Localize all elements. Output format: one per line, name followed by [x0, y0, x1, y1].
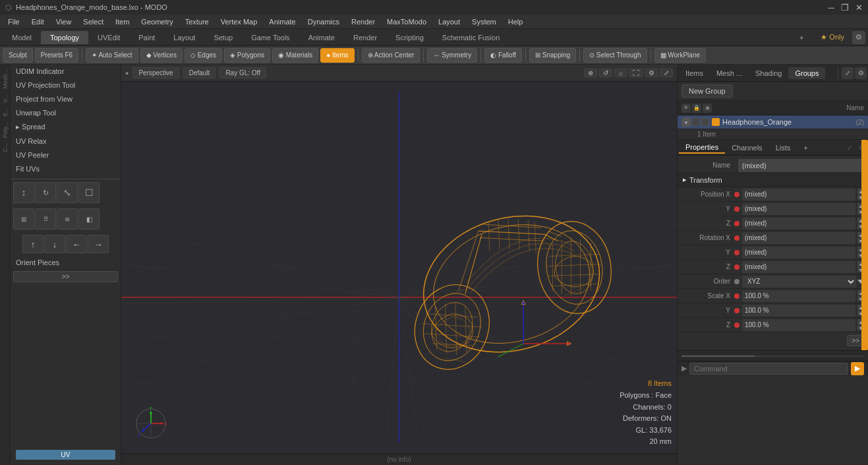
close-button[interactable]: ✕: [855, 3, 863, 13]
minimize-button[interactable]: ─: [828, 3, 834, 13]
menu-item-texture[interactable]: Texture: [180, 16, 214, 27]
action-center-btn[interactable]: ⊕ Action Center: [362, 48, 420, 63]
arrow-up-btn[interactable]: ↑: [22, 235, 43, 253]
auto-select-btn[interactable]: ✦ Auto Select: [86, 48, 138, 63]
group-row-headphones[interactable]: ● Headphones_Orange (2): [678, 115, 868, 129]
tool-icon-wave[interactable]: ≋: [57, 208, 78, 230]
panel-item-project-from-view[interactable]: Project from View: [11, 92, 121, 106]
edge-label-mesh[interactable]: Mesh...: [1, 67, 9, 91]
menu-item-layout[interactable]: Layout: [433, 16, 465, 27]
uv-indicator[interactable]: UV: [16, 450, 115, 460]
falloff-btn[interactable]: ◐ Falloff: [484, 48, 522, 63]
tab-topology[interactable]: Topology: [41, 31, 88, 44]
vp-fullscreen-btn[interactable]: ⛶: [629, 69, 643, 77]
tab-model[interactable]: Model: [3, 31, 41, 44]
props-expand-btn[interactable]: ⤢: [844, 142, 855, 153]
prop-pos-x-input[interactable]: [742, 189, 855, 201]
prop-pos-y-input[interactable]: [742, 203, 855, 215]
rp-expand-btn[interactable]: ⤢: [842, 67, 854, 79]
tab-setup[interactable]: Setup: [204, 31, 242, 44]
rp-settings-btn[interactable]: ⚙: [855, 67, 867, 79]
menu-item-vertex-map[interactable]: Vertex Map: [216, 16, 263, 27]
menu-item-item[interactable]: Item: [110, 16, 134, 27]
rp-tab-items[interactable]: Items: [679, 67, 710, 79]
panel-item-udim[interactable]: UDIM Indicator: [11, 65, 121, 78]
tab-layout[interactable]: Layout: [164, 31, 204, 44]
command-input[interactable]: [689, 363, 848, 375]
tab-scripting[interactable]: Scripting: [386, 31, 433, 44]
panel-item-unwrap[interactable]: Unwrap Tool: [11, 106, 121, 120]
maximize-button[interactable]: ❐: [841, 3, 849, 13]
tool-icon-rotate[interactable]: ↻: [35, 182, 56, 203]
prop-scale-z-input[interactable]: [742, 319, 855, 331]
panel-item-uv-peeler[interactable]: UV Peeler: [11, 148, 121, 162]
edge-label-poly[interactable]: Poly...: [1, 120, 9, 140]
group-eye-icon[interactable]: ●: [681, 117, 691, 127]
panel-item-spread[interactable]: ▸ Spread: [11, 120, 121, 135]
panel-item-uv-relax[interactable]: UV Relax: [11, 135, 121, 148]
tab-schematic-fusion[interactable]: Schematic Fusion: [433, 31, 509, 44]
tool-icon-scale[interactable]: ⤡: [57, 182, 78, 203]
rp-tab-groups[interactable]: Groups: [788, 67, 825, 79]
tab-game-tools[interactable]: Game Tools: [242, 31, 299, 44]
props-tab-properties[interactable]: Properties: [679, 142, 725, 154]
tool-icon-grid[interactable]: ⊞: [13, 208, 34, 230]
arrow-left-btn[interactable]: ←: [66, 235, 87, 253]
default-btn[interactable]: Default: [183, 67, 216, 78]
group-checkbox[interactable]: [692, 118, 700, 126]
tab-uvedit[interactable]: UVEdit: [88, 31, 129, 44]
menu-item-animate[interactable]: Animate: [264, 16, 301, 27]
menu-item-dynamics[interactable]: Dynamics: [303, 16, 345, 27]
perspective-btn[interactable]: Perspective: [132, 67, 179, 78]
panel-item-orient-pieces[interactable]: Orient Pieces: [11, 256, 121, 270]
symmetry-btn[interactable]: ↔ Symmetry: [427, 48, 477, 63]
workplane-btn[interactable]: ▦ WorkPlane: [654, 48, 707, 63]
tab-animate[interactable]: Animate: [299, 31, 344, 44]
tool-icon-shape[interactable]: ◧: [78, 208, 100, 230]
items-btn[interactable]: ● Items: [320, 48, 354, 63]
prop-scale-x-input[interactable]: [742, 290, 855, 302]
menu-item-file[interactable]: File: [3, 16, 25, 27]
menu-item-geometry[interactable]: Geometry: [136, 16, 178, 27]
arrow-right-btn[interactable]: →: [88, 235, 109, 253]
menu-item-select[interactable]: Select: [78, 16, 109, 27]
tab-settings-btn[interactable]: ⚙: [852, 31, 865, 44]
props-tab-add[interactable]: +: [797, 142, 814, 153]
props-tab-lists[interactable]: Lists: [769, 142, 797, 153]
prop-name-input[interactable]: [738, 159, 864, 172]
tab-paint[interactable]: Paint: [129, 31, 164, 44]
select-through-btn[interactable]: ⊙ Select Through: [583, 48, 647, 63]
add-tab-btn[interactable]: +: [790, 31, 813, 44]
vp-reset-btn[interactable]: ↺: [599, 69, 612, 77]
transform-triangle[interactable]: ▸: [683, 175, 687, 184]
command-exec-btn[interactable]: ▶: [851, 362, 864, 375]
menu-item-maxtomodo[interactable]: MaxToModo: [382, 16, 432, 27]
menu-item-system[interactable]: System: [467, 16, 502, 27]
group-checkbox-2[interactable]: [701, 118, 709, 126]
prop-pos-z-input[interactable]: [742, 218, 855, 230]
more-button[interactable]: >>: [13, 271, 118, 282]
panel-item-fit-uvs[interactable]: Fit UVs: [11, 162, 121, 176]
props-orange-accent[interactable]: [861, 140, 868, 350]
vp-search-btn[interactable]: ⌕: [614, 69, 627, 77]
vp-settings-btn[interactable]: ⚙: [645, 69, 658, 77]
prop-rot-x-input[interactable]: [742, 232, 855, 244]
sculpt-btn[interactable]: Sculpt: [3, 48, 33, 63]
prop-order-select[interactable]: XYZ XZY YXZ: [742, 276, 856, 288]
new-group-button[interactable]: New Group: [681, 84, 733, 98]
tab-render[interactable]: Render: [344, 31, 386, 44]
polygons-btn[interactable]: ◈ Polygons: [224, 48, 270, 63]
rp-tab-mesh[interactable]: Mesh ...: [710, 67, 749, 79]
vp-expand-btn[interactable]: ⤢: [660, 69, 673, 77]
menu-item-render[interactable]: Render: [346, 16, 380, 27]
edge-label-c[interactable]: C...: [1, 141, 9, 154]
arrow-down-btn[interactable]: ↓: [44, 235, 65, 253]
materials-btn[interactable]: ◉ Materials: [272, 48, 318, 63]
rp-tab-shading[interactable]: Shading: [749, 67, 788, 79]
vp-rotate-btn[interactable]: ⊕: [584, 69, 597, 77]
ray-gl-btn[interactable]: Ray GL: Off: [219, 67, 266, 78]
titlebar-controls[interactable]: ─ ❐ ✕: [828, 3, 863, 13]
snapping-btn[interactable]: ⊞ Snapping: [529, 48, 576, 63]
tool-icon-box[interactable]: ☐: [78, 182, 100, 203]
menu-item-view[interactable]: View: [51, 16, 77, 27]
